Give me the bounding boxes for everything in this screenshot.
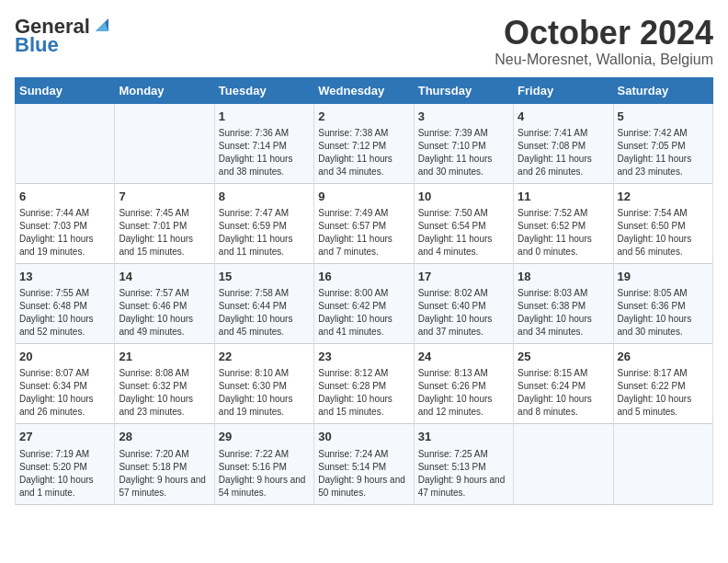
calendar-title: October 2024 [495,15,713,52]
day-info: Sunrise: 7:47 AM Sunset: 6:59 PM Dayligh… [219,207,310,259]
logo-blue: Blue [15,33,59,57]
day-info: Sunrise: 7:42 AM Sunset: 7:05 PM Dayligh… [618,127,709,178]
day-number: 6 [19,189,110,205]
day-info: Sunrise: 7:36 AM Sunset: 7:14 PM Dayligh… [219,127,310,178]
logo: General Blue [15,15,112,57]
day-cell: 19Sunrise: 8:05 AM Sunset: 6:36 PM Dayli… [613,263,712,343]
day-info: Sunrise: 8:07 AM Sunset: 6:34 PM Dayligh… [19,367,110,419]
day-cell [115,103,214,183]
day-cell: 13Sunrise: 7:55 AM Sunset: 6:48 PM Dayli… [16,263,115,343]
day-cell: 22Sunrise: 8:10 AM Sunset: 6:30 PM Dayli… [214,344,313,424]
day-number: 31 [418,429,509,445]
day-number: 29 [219,429,310,445]
day-number: 5 [618,109,709,125]
week-row-4: 20Sunrise: 8:07 AM Sunset: 6:34 PM Dayli… [16,344,713,424]
header-cell-monday: Monday [115,77,214,103]
day-cell: 8Sunrise: 7:47 AM Sunset: 6:59 PM Daylig… [214,183,313,263]
day-number: 2 [318,109,409,125]
day-cell: 3Sunrise: 7:39 AM Sunset: 7:10 PM Daylig… [414,103,513,183]
day-number: 14 [119,269,210,285]
header-row: SundayMondayTuesdayWednesdayThursdayFrid… [16,77,713,103]
day-number: 16 [318,269,409,285]
day-info: Sunrise: 8:02 AM Sunset: 6:40 PM Dayligh… [418,287,509,339]
day-info: Sunrise: 8:17 AM Sunset: 6:22 PM Dayligh… [618,367,709,419]
day-info: Sunrise: 7:24 AM Sunset: 5:14 PM Dayligh… [318,448,409,500]
calendar-subtitle: Neu-Moresnet, Wallonia, Belgium [495,52,713,68]
day-number: 15 [219,269,310,285]
day-cell: 2Sunrise: 7:38 AM Sunset: 7:12 PM Daylig… [314,103,414,183]
day-number: 3 [418,109,509,125]
day-info: Sunrise: 7:41 AM Sunset: 7:08 PM Dayligh… [518,127,609,178]
day-number: 30 [318,429,409,445]
day-info: Sunrise: 7:55 AM Sunset: 6:48 PM Dayligh… [19,287,110,339]
day-info: Sunrise: 7:25 AM Sunset: 5:13 PM Dayligh… [418,448,509,500]
day-info: Sunrise: 8:05 AM Sunset: 6:36 PM Dayligh… [618,287,709,339]
day-info: Sunrise: 7:58 AM Sunset: 6:44 PM Dayligh… [219,287,310,339]
day-info: Sunrise: 8:12 AM Sunset: 6:28 PM Dayligh… [318,367,409,419]
day-cell: 7Sunrise: 7:45 AM Sunset: 7:01 PM Daylig… [115,183,214,263]
day-number: 23 [318,349,409,365]
day-info: Sunrise: 7:49 AM Sunset: 6:57 PM Dayligh… [318,207,409,259]
day-cell: 27Sunrise: 7:19 AM Sunset: 5:20 PM Dayli… [16,424,115,504]
week-row-5: 27Sunrise: 7:19 AM Sunset: 5:20 PM Dayli… [16,424,713,504]
header-cell-friday: Friday [514,77,613,103]
calendar-table: SundayMondayTuesdayWednesdayThursdayFrid… [15,77,713,505]
day-number: 4 [518,109,609,125]
day-number: 19 [618,269,709,285]
day-info: Sunrise: 8:13 AM Sunset: 6:26 PM Dayligh… [418,367,509,419]
day-info: Sunrise: 8:08 AM Sunset: 6:32 PM Dayligh… [119,367,210,419]
day-info: Sunrise: 7:45 AM Sunset: 7:01 PM Dayligh… [119,207,210,259]
day-number: 12 [618,189,709,205]
header-cell-saturday: Saturday [613,77,712,103]
day-cell: 31Sunrise: 7:25 AM Sunset: 5:13 PM Dayli… [414,424,513,504]
day-info: Sunrise: 8:10 AM Sunset: 6:30 PM Dayligh… [219,367,310,419]
day-number: 28 [119,429,210,445]
day-info: Sunrise: 7:38 AM Sunset: 7:12 PM Dayligh… [318,127,409,178]
day-cell: 28Sunrise: 7:20 AM Sunset: 5:18 PM Dayli… [115,424,214,504]
day-cell: 21Sunrise: 8:08 AM Sunset: 6:32 PM Dayli… [115,344,214,424]
day-number: 21 [119,349,210,365]
day-cell: 17Sunrise: 8:02 AM Sunset: 6:40 PM Dayli… [414,263,513,343]
day-number: 17 [418,269,509,285]
day-cell [514,424,613,504]
day-cell [16,103,115,183]
header-cell-wednesday: Wednesday [314,77,414,103]
day-number: 9 [318,189,409,205]
header-cell-thursday: Thursday [414,77,513,103]
day-info: Sunrise: 7:22 AM Sunset: 5:16 PM Dayligh… [219,448,310,500]
week-row-3: 13Sunrise: 7:55 AM Sunset: 6:48 PM Dayli… [16,263,713,343]
day-cell: 4Sunrise: 7:41 AM Sunset: 7:08 PM Daylig… [514,103,613,183]
day-info: Sunrise: 7:39 AM Sunset: 7:10 PM Dayligh… [418,127,509,178]
day-cell: 14Sunrise: 7:57 AM Sunset: 6:46 PM Dayli… [115,263,214,343]
logo-icon [92,15,112,35]
day-cell: 1Sunrise: 7:36 AM Sunset: 7:14 PM Daylig… [214,103,313,183]
day-number: 27 [19,429,110,445]
day-info: Sunrise: 7:54 AM Sunset: 6:50 PM Dayligh… [618,207,709,259]
day-info: Sunrise: 7:52 AM Sunset: 6:52 PM Dayligh… [518,207,609,259]
day-number: 1 [219,109,310,125]
day-number: 18 [518,269,609,285]
day-cell: 11Sunrise: 7:52 AM Sunset: 6:52 PM Dayli… [514,183,613,263]
day-info: Sunrise: 7:44 AM Sunset: 7:03 PM Dayligh… [19,207,110,259]
day-number: 8 [219,189,310,205]
day-cell: 12Sunrise: 7:54 AM Sunset: 6:50 PM Dayli… [613,183,712,263]
calendar-body: 1Sunrise: 7:36 AM Sunset: 7:14 PM Daylig… [16,103,713,504]
day-cell: 6Sunrise: 7:44 AM Sunset: 7:03 PM Daylig… [16,183,115,263]
title-block: October 2024 Neu-Moresnet, Wallonia, Bel… [495,15,713,68]
day-cell: 30Sunrise: 7:24 AM Sunset: 5:14 PM Dayli… [314,424,414,504]
page: General Blue October 2024 Neu-Moresnet, … [0,0,728,520]
day-cell: 26Sunrise: 8:17 AM Sunset: 6:22 PM Dayli… [613,344,712,424]
day-number: 22 [219,349,310,365]
day-cell: 5Sunrise: 7:42 AM Sunset: 7:05 PM Daylig… [613,103,712,183]
day-cell: 10Sunrise: 7:50 AM Sunset: 6:54 PM Dayli… [414,183,513,263]
day-cell: 24Sunrise: 8:13 AM Sunset: 6:26 PM Dayli… [414,344,513,424]
week-row-1: 1Sunrise: 7:36 AM Sunset: 7:14 PM Daylig… [16,103,713,183]
day-info: Sunrise: 7:20 AM Sunset: 5:18 PM Dayligh… [119,448,210,500]
day-number: 24 [418,349,509,365]
day-info: Sunrise: 8:00 AM Sunset: 6:42 PM Dayligh… [318,287,409,339]
week-row-2: 6Sunrise: 7:44 AM Sunset: 7:03 PM Daylig… [16,183,713,263]
day-info: Sunrise: 7:57 AM Sunset: 6:46 PM Dayligh… [119,287,210,339]
header-cell-tuesday: Tuesday [214,77,313,103]
day-number: 11 [518,189,609,205]
day-info: Sunrise: 8:03 AM Sunset: 6:38 PM Dayligh… [518,287,609,339]
